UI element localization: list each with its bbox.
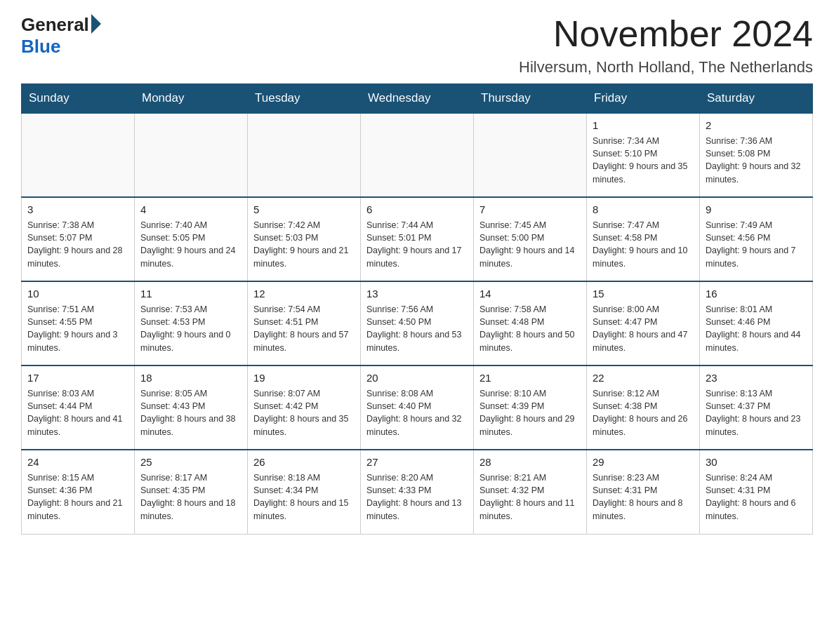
day-number: 1 — [593, 118, 694, 133]
day-number: 26 — [253, 455, 355, 469]
day-number: 9 — [706, 202, 807, 217]
calendar-week-row: 24Sunrise: 8:15 AM Sunset: 4:36 PM Dayli… — [22, 450, 813, 534]
day-number: 4 — [140, 202, 241, 217]
day-info: Sunrise: 8:05 AM Sunset: 4:43 PM Dayligh… — [140, 387, 241, 438]
logo-general-text: General — [21, 14, 89, 36]
calendar-cell: 9Sunrise: 7:49 AM Sunset: 4:56 PM Daylig… — [700, 197, 813, 281]
calendar-cell: 24Sunrise: 8:15 AM Sunset: 4:36 PM Dayli… — [22, 450, 135, 534]
calendar-cell: 17Sunrise: 8:03 AM Sunset: 4:44 PM Dayli… — [22, 365, 135, 450]
day-number: 6 — [366, 202, 468, 217]
weekday-header-monday: Monday — [135, 84, 248, 114]
day-info: Sunrise: 7:42 AM Sunset: 5:03 PM Dayligh… — [253, 219, 355, 270]
day-info: Sunrise: 8:12 AM Sunset: 4:38 PM Dayligh… — [593, 387, 694, 438]
day-info: Sunrise: 8:17 AM Sunset: 4:35 PM Dayligh… — [140, 471, 241, 523]
logo: General — [21, 14, 101, 36]
day-info: Sunrise: 7:40 AM Sunset: 5:05 PM Dayligh… — [140, 219, 241, 270]
day-number: 17 — [27, 370, 128, 385]
calendar-cell: 15Sunrise: 8:00 AM Sunset: 4:47 PM Dayli… — [587, 281, 700, 365]
calendar-cell: 11Sunrise: 7:53 AM Sunset: 4:53 PM Dayli… — [135, 281, 248, 365]
logo-triangle-icon — [91, 14, 101, 34]
day-number: 21 — [479, 370, 581, 385]
day-info: Sunrise: 8:20 AM Sunset: 4:33 PM Dayligh… — [366, 471, 468, 523]
calendar-cell: 12Sunrise: 7:54 AM Sunset: 4:51 PM Dayli… — [248, 281, 361, 365]
day-number: 11 — [140, 286, 241, 301]
day-info: Sunrise: 7:54 AM Sunset: 4:51 PM Dayligh… — [253, 303, 355, 354]
calendar-cell: 20Sunrise: 8:08 AM Sunset: 4:40 PM Dayli… — [361, 365, 474, 450]
day-number: 19 — [253, 370, 355, 385]
day-number: 15 — [593, 286, 694, 301]
day-info: Sunrise: 8:03 AM Sunset: 4:44 PM Dayligh… — [27, 387, 128, 438]
title-area: November 2024 Hilversum, North Holland, … — [519, 14, 813, 76]
day-number: 27 — [366, 455, 468, 469]
calendar-cell: 21Sunrise: 8:10 AM Sunset: 4:39 PM Dayli… — [474, 365, 587, 450]
calendar-cell: 25Sunrise: 8:17 AM Sunset: 4:35 PM Dayli… — [135, 450, 248, 534]
day-info: Sunrise: 8:18 AM Sunset: 4:34 PM Dayligh… — [253, 471, 355, 523]
day-info: Sunrise: 8:08 AM Sunset: 4:40 PM Dayligh… — [366, 387, 468, 438]
day-number: 18 — [140, 370, 241, 385]
day-info: Sunrise: 8:23 AM Sunset: 4:31 PM Dayligh… — [593, 471, 694, 523]
day-info: Sunrise: 7:34 AM Sunset: 5:10 PM Dayligh… — [593, 135, 694, 186]
calendar-week-row: 3Sunrise: 7:38 AM Sunset: 5:07 PM Daylig… — [22, 197, 813, 281]
day-number: 23 — [706, 370, 807, 385]
day-info: Sunrise: 8:13 AM Sunset: 4:37 PM Dayligh… — [706, 387, 807, 438]
day-info: Sunrise: 7:51 AM Sunset: 4:55 PM Dayligh… — [27, 303, 128, 354]
calendar-cell: 14Sunrise: 7:58 AM Sunset: 4:48 PM Dayli… — [474, 281, 587, 365]
calendar-cell: 13Sunrise: 7:56 AM Sunset: 4:50 PM Dayli… — [361, 281, 474, 365]
calendar-cell: 1Sunrise: 7:34 AM Sunset: 5:10 PM Daylig… — [587, 113, 700, 197]
calendar-cell — [135, 113, 248, 197]
day-number: 28 — [479, 455, 581, 469]
calendar-cell: 19Sunrise: 8:07 AM Sunset: 4:42 PM Dayli… — [248, 365, 361, 450]
day-number: 22 — [593, 370, 694, 385]
calendar-cell: 23Sunrise: 8:13 AM Sunset: 4:37 PM Dayli… — [700, 365, 813, 450]
calendar-week-row: 1Sunrise: 7:34 AM Sunset: 5:10 PM Daylig… — [22, 113, 813, 197]
calendar-cell: 5Sunrise: 7:42 AM Sunset: 5:03 PM Daylig… — [248, 197, 361, 281]
calendar-cell: 7Sunrise: 7:45 AM Sunset: 5:00 PM Daylig… — [474, 197, 587, 281]
calendar-cell: 30Sunrise: 8:24 AM Sunset: 4:31 PM Dayli… — [700, 450, 813, 534]
day-info: Sunrise: 8:24 AM Sunset: 4:31 PM Dayligh… — [706, 471, 807, 523]
calendar-cell: 28Sunrise: 8:21 AM Sunset: 4:32 PM Dayli… — [474, 450, 587, 534]
day-number: 20 — [366, 370, 468, 385]
day-info: Sunrise: 8:00 AM Sunset: 4:47 PM Dayligh… — [593, 303, 694, 354]
day-info: Sunrise: 7:38 AM Sunset: 5:07 PM Dayligh… — [27, 219, 128, 270]
calendar-cell: 26Sunrise: 8:18 AM Sunset: 4:34 PM Dayli… — [248, 450, 361, 534]
weekday-header-sunday: Sunday — [22, 84, 135, 114]
calendar-cell: 6Sunrise: 7:44 AM Sunset: 5:01 PM Daylig… — [361, 197, 474, 281]
weekday-header-tuesday: Tuesday — [248, 84, 361, 114]
weekday-header-thursday: Thursday — [474, 84, 587, 114]
day-number: 29 — [593, 455, 694, 469]
day-info: Sunrise: 8:10 AM Sunset: 4:39 PM Dayligh… — [479, 387, 581, 438]
day-number: 30 — [706, 455, 807, 469]
calendar-cell: 4Sunrise: 7:40 AM Sunset: 5:05 PM Daylig… — [135, 197, 248, 281]
weekday-header-saturday: Saturday — [700, 84, 813, 114]
day-number: 7 — [479, 202, 581, 217]
day-info: Sunrise: 8:21 AM Sunset: 4:32 PM Dayligh… — [479, 471, 581, 523]
day-info: Sunrise: 8:07 AM Sunset: 4:42 PM Dayligh… — [253, 387, 355, 438]
month-title: November 2024 — [519, 14, 813, 54]
calendar-cell: 10Sunrise: 7:51 AM Sunset: 4:55 PM Dayli… — [22, 281, 135, 365]
day-info: Sunrise: 7:44 AM Sunset: 5:01 PM Dayligh… — [366, 219, 468, 270]
day-info: Sunrise: 7:45 AM Sunset: 5:00 PM Dayligh… — [479, 219, 581, 270]
day-number: 12 — [253, 286, 355, 301]
calendar-cell — [248, 113, 361, 197]
header: General Blue November 2024 Hilversum, No… — [21, 14, 813, 76]
day-number: 5 — [253, 202, 355, 217]
calendar-cell: 29Sunrise: 8:23 AM Sunset: 4:31 PM Dayli… — [587, 450, 700, 534]
weekday-header-wednesday: Wednesday — [361, 84, 474, 114]
day-info: Sunrise: 8:15 AM Sunset: 4:36 PM Dayligh… — [27, 471, 128, 523]
calendar-table: SundayMondayTuesdayWednesdayThursdayFrid… — [21, 83, 813, 535]
day-number: 2 — [706, 118, 807, 133]
day-number: 8 — [593, 202, 694, 217]
calendar-cell: 18Sunrise: 8:05 AM Sunset: 4:43 PM Dayli… — [135, 365, 248, 450]
day-number: 3 — [27, 202, 128, 217]
day-info: Sunrise: 7:56 AM Sunset: 4:50 PM Dayligh… — [366, 303, 468, 354]
weekday-header-row: SundayMondayTuesdayWednesdayThursdayFrid… — [22, 84, 813, 114]
calendar-cell: 16Sunrise: 8:01 AM Sunset: 4:46 PM Dayli… — [700, 281, 813, 365]
day-number: 13 — [366, 286, 468, 301]
calendar-cell: 27Sunrise: 8:20 AM Sunset: 4:33 PM Dayli… — [361, 450, 474, 534]
calendar-cell: 2Sunrise: 7:36 AM Sunset: 5:08 PM Daylig… — [700, 113, 813, 197]
day-info: Sunrise: 7:36 AM Sunset: 5:08 PM Dayligh… — [706, 135, 807, 186]
day-info: Sunrise: 8:01 AM Sunset: 4:46 PM Dayligh… — [706, 303, 807, 354]
calendar-cell: 22Sunrise: 8:12 AM Sunset: 4:38 PM Dayli… — [587, 365, 700, 450]
calendar-cell — [361, 113, 474, 197]
day-info: Sunrise: 7:49 AM Sunset: 4:56 PM Dayligh… — [706, 219, 807, 270]
